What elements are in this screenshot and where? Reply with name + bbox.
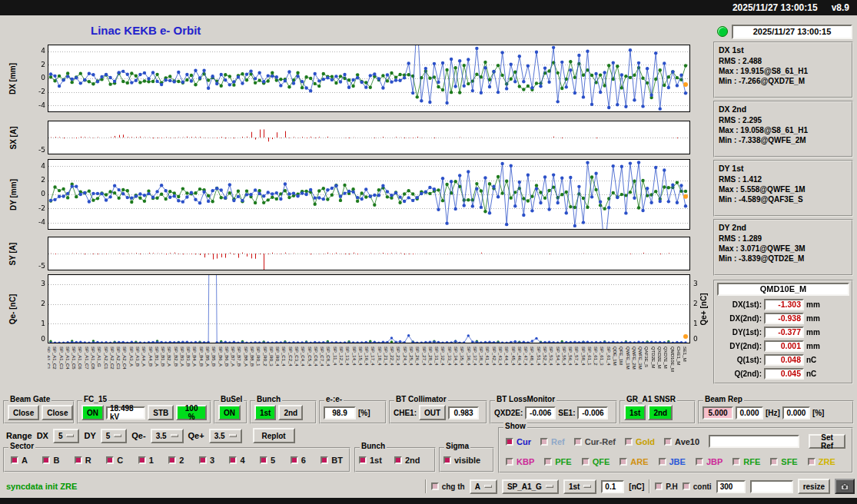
sector-select-menu[interactable]: A — [470, 479, 497, 494]
menu-value: 1st — [569, 482, 580, 491]
range-menu-qe-[interactable]: 3.5 — [209, 429, 242, 443]
checkbox-label: C — [117, 456, 123, 465]
sector-checkbox-c[interactable]: C — [106, 456, 123, 465]
checkbox-indicator-icon — [619, 458, 627, 466]
sector-checkbox-3[interactable]: 3 — [199, 456, 214, 465]
sector-checkbox-6[interactable]: 6 — [291, 456, 306, 465]
group-bunch-select: Bunch 1st2nd — [354, 447, 436, 472]
checkbox-indicator-icon — [75, 456, 82, 464]
fc15-kv-field: 18.498 kV — [106, 406, 145, 419]
sector-checkbox-bt[interactable]: BT — [321, 456, 343, 465]
ref-file-input[interactable] — [709, 435, 799, 448]
show-checkbox-jbp[interactable]: JBP — [696, 457, 722, 466]
gr-a1-1st-button[interactable]: 1st — [624, 405, 646, 420]
bottom-border-bar — [0, 498, 857, 504]
bunch-checkbox-1st[interactable]: 1st — [359, 456, 382, 465]
sector-checkbox-2[interactable]: 2 — [168, 456, 184, 465]
menu-value: 5 — [106, 432, 111, 440]
sector-checkbox-b[interactable]: B — [42, 456, 59, 465]
threshold-field[interactable]: 0.1 — [601, 480, 624, 493]
aux-input[interactable] — [750, 480, 793, 493]
busel-on-button[interactable]: ON — [218, 405, 241, 420]
sigma-checkbox-visible[interactable]: visible — [443, 456, 480, 465]
bottom-toolbar: chg th A SP_A1_G 1st 0.1 [nC] P.H conti … — [425, 479, 855, 494]
show-checkbox-jbe[interactable]: JBE — [659, 457, 686, 466]
group-beam-gate: Beam Gate Close Close — [3, 400, 75, 424]
monitor-row-value: 0.045 — [764, 368, 804, 380]
show-checkbox-gold[interactable]: Gold — [625, 437, 655, 446]
stat-line: RMS : 2.488 — [719, 56, 848, 66]
stat-title: DY 1st — [719, 164, 848, 173]
stat-line: Min : -7.338@QWFE_2M — [719, 135, 848, 145]
beam-gate-close-button-1[interactable]: Close — [8, 405, 39, 420]
stat-line: Min : -3.839@QTD2E_M — [719, 254, 848, 264]
sy-plot-canvas — [15, 237, 699, 270]
range-menu-dy[interactable]: 5 — [101, 429, 128, 443]
menu-value: 3.5 — [214, 432, 225, 440]
checkbox-label: QFE — [593, 457, 610, 466]
beam-gate-close-button-2[interactable]: Close — [42, 405, 73, 420]
show-checkbox-cur[interactable]: Cur — [506, 437, 531, 446]
monitor-row-label: Q(1st): — [717, 356, 762, 364]
checkbox-indicator-icon — [506, 458, 513, 466]
show-checkbox-pfe[interactable]: PFE — [544, 457, 571, 466]
set-ref-button[interactable]: Set Ref — [809, 434, 845, 449]
show-checkbox-kbp[interactable]: KBP — [506, 457, 534, 466]
show-checkbox-qfe[interactable]: QFE — [582, 457, 610, 466]
menu-dash-icon — [171, 434, 178, 437]
screenshot-button[interactable] — [835, 479, 855, 494]
range-name-label: Qe+ — [188, 431, 204, 440]
group-bt-collimator: BT Collimator CHE1: OUT 0.983 — [389, 400, 487, 424]
show-checkbox-are[interactable]: ARE — [619, 457, 648, 466]
range-menu-dx[interactable]: 5 — [53, 429, 80, 443]
stat-box-dx-2nd: DX 2ndRMS : 2.295Max : 19.058@S8_61_H1Mi… — [713, 101, 853, 158]
stat-line: Max : 3.071@QWFE_3M — [719, 244, 848, 254]
bunch-select-menu[interactable]: 1st — [563, 479, 596, 494]
show-checkbox-rfe[interactable]: RFE — [732, 457, 760, 466]
gr-a1-2nd-button[interactable]: 2nd — [648, 405, 673, 420]
sector-checkbox-4[interactable]: 4 — [229, 456, 244, 465]
fc15-stb-button[interactable]: STB — [148, 405, 174, 420]
show-row-1: CurRefCur-RefGoldAve10 Set Ref — [506, 434, 845, 449]
che1-out-button[interactable]: OUT — [419, 405, 446, 420]
bunch-2nd-button[interactable]: 2nd — [278, 405, 303, 420]
show-checkbox-cur-ref[interactable]: Cur-Ref — [574, 437, 616, 446]
checkbox-indicator-icon — [655, 482, 663, 490]
bunch-checkbox-2nd[interactable]: 2nd — [394, 456, 420, 465]
checkbox-label: visible — [454, 456, 480, 465]
monitor-row-unit: mm — [806, 328, 820, 337]
range-menu-qe-[interactable]: 3.5 — [151, 429, 184, 443]
show-checkbox-ave10[interactable]: Ave10 — [664, 437, 699, 446]
show-checkbox-zre[interactable]: ZRE — [808, 457, 835, 466]
menu-dash-icon — [229, 434, 237, 437]
checkbox-label: ARE — [630, 457, 648, 466]
sector-checkbox-5[interactable]: 5 — [260, 456, 275, 465]
chg-th-checkbox[interactable]: chg th — [431, 482, 465, 491]
checkbox-label: chg th — [442, 482, 465, 491]
sector-checkbox-1[interactable]: 1 — [138, 456, 154, 465]
show-checkbox-sfe[interactable]: SFE — [770, 457, 797, 466]
sector-checkbox-a[interactable]: A — [11, 456, 28, 465]
fc15-on-button[interactable]: ON — [81, 405, 104, 420]
bunch-1st-button[interactable]: 1st — [254, 405, 276, 420]
ratio-unit-label: [%] — [358, 409, 370, 417]
show-checkbox-ref[interactable]: Ref — [540, 437, 565, 446]
sector-checkbox-r[interactable]: R — [75, 456, 91, 465]
checkbox-label: Cur-Ref — [585, 437, 616, 446]
resize-button[interactable]: resize — [798, 479, 830, 494]
checkbox-indicator-icon — [106, 456, 114, 464]
ph-checkbox[interactable]: P.H — [655, 482, 677, 491]
stat-title: DX 1st — [719, 45, 848, 55]
range-row: Range DX5DY5Qe-3.5Qe+3.5 Replot — [6, 428, 295, 443]
checkbox-indicator-icon — [770, 458, 778, 466]
menu-dash-icon — [546, 485, 553, 488]
replot-button[interactable]: Replot — [253, 428, 295, 443]
stat-title: DY 2nd — [719, 223, 848, 232]
checkbox-indicator-icon — [42, 456, 50, 464]
repeat-count-field[interactable]: 300 — [716, 480, 746, 493]
menu-value: 5 — [58, 432, 63, 440]
device-select-menu[interactable]: SP_A1_G — [502, 479, 559, 494]
conti-checkbox[interactable]: conti — [683, 482, 712, 491]
range-name-label: Qe- — [131, 431, 145, 440]
divider — [425, 479, 427, 493]
